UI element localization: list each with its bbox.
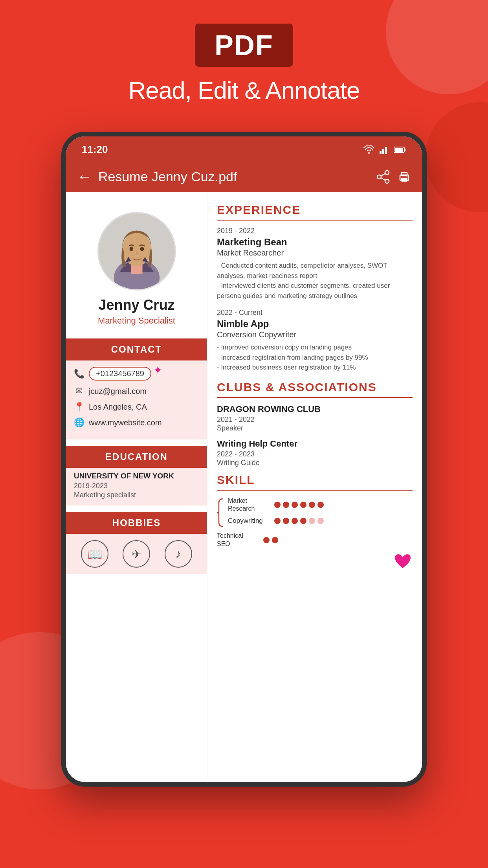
dot [317,518,324,524]
club-item-1: DRAGON ROWING CLUB 2021 - 2022 Speaker [217,404,413,432]
doc-left-column: Jenny Cruz Marketing Specialist CONTACT … [66,192,207,782]
dot [292,502,298,508]
contact-phone: 📞 +0123456789 ✦ [74,367,199,381]
svg-rect-3 [385,147,387,154]
svg-point-8 [377,175,381,179]
back-button[interactable]: ← [77,168,92,185]
svg-point-9 [385,179,389,183]
phone-number: +0123456789 [89,367,151,381]
pdf-badge: PDF [195,24,293,67]
skill-dots-3 [263,537,278,543]
dot [274,518,281,524]
profile-section: Jenny Cruz Marketing Specialist [66,204,207,332]
hobbies-section-header: HOBBIES [66,512,207,534]
website-icon: 🌐 [74,417,84,428]
contact-location: 📍 Los Angeles, CA [74,402,199,412]
dot [263,537,270,543]
svg-rect-14 [402,178,407,181]
status-icons [363,145,406,154]
svg-line-11 [381,178,385,180]
header-actions [376,170,411,184]
clubs-divider [217,397,413,398]
experience-item-2: 2022 - Current Nimble App Conversion Cop… [217,309,413,373]
svg-point-0 [368,152,370,154]
skill-copywriting: Copywriting [228,517,413,525]
svg-rect-6 [394,148,403,152]
club-name-1: DRAGON ROWING CLUB [217,404,413,414]
experience-divider [217,220,413,221]
annotation-star: ✦ [153,364,162,377]
school-name: UNIVERSITY OF NEW YORK [74,472,199,480]
exp-role-2: Conversion Copywriter [217,330,413,339]
person-title: Marketing Specialist [98,316,175,326]
document-title: Resume Jenny Cuz.pdf [98,169,370,184]
exp-role-1: Market Researcher [217,248,413,257]
skill-dots-2 [274,518,324,524]
avatar [97,212,176,291]
contact-website: 🌐 www.mywebsite.com [74,417,199,428]
tagline: Read, Edit & Annotate [128,76,360,104]
school-program: Marketing specialist [74,491,199,499]
exp-desc-1: - Conducted content audits, competiotor … [217,261,413,301]
skill-technical-seo: TechnicalSEO [217,532,413,548]
experience-item-1: 2019 - 2022 Marketing Bean Market Resear… [217,227,413,301]
brace-icon [217,497,225,528]
dot [317,502,324,508]
phone-mockup: 11:20 [0,132,488,787]
person-image [99,213,175,289]
dot [283,502,289,508]
hobbies-section: 📖 ✈ ♪ [66,534,207,574]
school-years: 2019-2023 [74,482,199,490]
document-content: Jenny Cruz Marketing Specialist CONTACT … [66,192,422,782]
svg-rect-13 [402,173,407,176]
education-section-header: EDUCATION [66,446,207,468]
doc-right-column: EXPERIENCE 2019 - 2022 Marketing Bean Ma… [207,192,422,782]
exp-company-1: Marketing Bean [217,237,413,248]
print-icon[interactable] [398,170,411,184]
club-role-2: Writing Guide [217,459,413,467]
skills-divider [217,490,413,491]
svg-point-22 [140,247,144,251]
club-year-2: 2022 - 2023 [217,450,413,458]
svg-rect-2 [382,149,384,154]
education-section: UNIVERSITY OF NEW YORK 2019-2023 Marketi… [66,468,207,506]
svg-point-21 [129,247,133,251]
heart-annotation [393,552,413,570]
dot [274,502,281,508]
skill-dots-1 [274,502,324,508]
location-icon: 📍 [74,402,84,412]
svg-rect-5 [404,149,405,151]
club-role-1: Speaker [217,424,413,432]
skill-market-research: MarketResearch [228,497,413,513]
dot [309,502,315,508]
hobby-music: ♪ [165,540,192,568]
skill-label-3: TechnicalSEO [217,532,260,548]
hobby-reading: 📖 [81,540,108,568]
person-name: Jenny Cruz [98,297,174,313]
share-icon[interactable] [376,170,390,184]
exp-desc-2: - Improved conversion copy on landing pa… [217,342,413,373]
phone-icon: 📞 [74,369,84,379]
exp-year-2: 2022 - Current [217,309,413,317]
svg-line-10 [381,173,385,176]
skill-label-1: MarketResearch [228,497,271,513]
phone-frame: 11:20 [61,132,427,787]
skill-label-2: Copywriting [228,517,271,525]
dot [300,502,306,508]
svg-point-7 [385,171,389,175]
clubs-title: CLUBS & ASSOCIATIONS [217,381,413,394]
dot [300,518,306,524]
exp-company-2: Nimble App [217,318,413,329]
club-item-2: Writing Help Center 2022 - 2023 Writing … [217,439,413,467]
contact-section: 📞 +0123456789 ✦ ✉ jcuz@gmail.com [66,360,207,440]
signal-icon [380,145,389,154]
top-branding: PDF Read, Edit & Annotate [0,0,488,120]
contact-section-header: CONTACT [66,338,207,360]
exp-year-1: 2019 - 2022 [217,227,413,235]
dot [283,518,289,524]
dot [292,518,298,524]
svg-rect-1 [380,151,382,154]
status-time: 11:20 [82,143,108,156]
app-header: ← Resume Jenny Cuz.pdf [66,161,422,192]
email-icon: ✉ [74,386,84,396]
